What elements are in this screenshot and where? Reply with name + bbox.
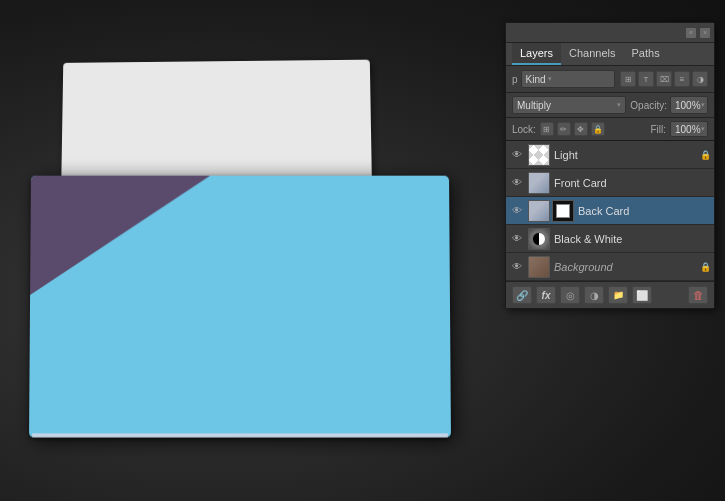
lock-pixel-btn[interactable]: ⊞ <box>540 122 554 136</box>
filter-label: p <box>512 74 518 85</box>
fill-input[interactable]: 100% ▾ <box>670 121 708 137</box>
fill-chevron: ▾ <box>701 125 705 133</box>
layer-thumbnail-front-card <box>528 172 550 194</box>
layer-thumbnail-background <box>528 256 550 278</box>
opacity-input[interactable]: 100% ▾ <box>670 96 708 114</box>
layer-name-light: Light <box>554 149 696 161</box>
blend-mode-dropdown[interactable]: Multiply ▾ <box>512 96 626 114</box>
layer-item-light[interactable]: 👁 Light 🔒 <box>506 141 714 169</box>
opacity-value: 100% <box>675 100 701 111</box>
opacity-row: Opacity: 100% ▾ <box>630 96 708 114</box>
mask-button[interactable]: ◎ <box>560 286 580 304</box>
layer-visibility-background[interactable]: 👁 <box>510 260 524 274</box>
layer-item-front-card[interactable]: 👁 Front Card <box>506 169 714 197</box>
new-layer-button[interactable]: ⬜ <box>632 286 652 304</box>
panel-toolbar: 🔗 fx ◎ ◑ 📁 ⬜ 🗑 <box>506 281 714 308</box>
layer-name-bw: Black & White <box>554 233 710 245</box>
lock-label: Lock: <box>512 124 536 135</box>
delete-layer-button[interactable]: 🗑 <box>688 286 708 304</box>
group-button[interactable]: 📁 <box>608 286 628 304</box>
close-button[interactable]: × <box>700 28 710 38</box>
fill-label: Fill: <box>650 124 666 135</box>
layers-list: 👁 Light 🔒 👁 Front Card 👁 Back Card 👁 <box>506 141 714 281</box>
blend-mode-label: Multiply <box>517 100 551 111</box>
panel-tabs: Layers Channels Paths <box>506 43 714 66</box>
link-layer-button[interactable]: 🔗 <box>512 286 532 304</box>
layer-lock-background: 🔒 <box>700 261 710 273</box>
layer-name-background: Background <box>554 261 696 273</box>
filter-icon-text[interactable]: T <box>638 71 654 87</box>
layer-item-background[interactable]: 👁 Background 🔒 <box>506 253 714 281</box>
layer-item-back-card[interactable]: 👁 Back Card <box>506 197 714 225</box>
filter-kind-dropdown[interactable]: Kind ▾ <box>521 70 615 88</box>
layer-name-front-card: Front Card <box>554 177 710 189</box>
collapse-button[interactable]: « <box>686 28 696 38</box>
fx-button[interactable]: fx <box>536 286 556 304</box>
layer-lock-light: 🔒 <box>700 149 710 161</box>
filter-dropdown-chevron: ▾ <box>548 75 552 83</box>
layer-item-bw[interactable]: 👁 Black & White <box>506 225 714 253</box>
tab-paths[interactable]: Paths <box>624 43 668 65</box>
layer-name-back-card: Back Card <box>578 205 710 217</box>
lock-row: Lock: ⊞ ✏ ✥ 🔒 Fill: 100% ▾ <box>506 118 714 141</box>
layer-thumbnail-back-card <box>528 200 550 222</box>
titlebar-buttons: « × <box>686 28 710 38</box>
filter-icon-pixel[interactable]: ⊞ <box>620 71 636 87</box>
tab-channels[interactable]: Channels <box>561 43 623 65</box>
layer-visibility-front-card[interactable]: 👁 <box>510 176 524 190</box>
blend-dropdown-chevron: ▾ <box>617 101 621 109</box>
layer-thumbnail-bw <box>528 228 550 250</box>
card-front-triangle <box>30 176 210 295</box>
layer-visibility-bw[interactable]: 👁 <box>510 232 524 246</box>
panel-titlebar: « × <box>506 23 714 43</box>
layer-thumbnail-light <box>528 144 550 166</box>
layer-mask-back-card <box>552 200 574 222</box>
layers-panel: « × Layers Channels Paths p Kind ▾ ⊞ T ⌧… <box>505 22 715 309</box>
layer-visibility-light[interactable]: 👁 <box>510 148 524 162</box>
lock-icons: ⊞ ✏ ✥ 🔒 <box>540 122 605 136</box>
blend-mode-row: Multiply ▾ Opacity: 100% ▾ <box>506 93 714 118</box>
tab-layers[interactable]: Layers <box>512 43 561 65</box>
lock-move-btn[interactable]: ✥ <box>574 122 588 136</box>
card-front <box>29 176 451 438</box>
filter-icon-adjustment[interactable]: ◑ <box>692 71 708 87</box>
layer-visibility-back-card[interactable]: 👁 <box>510 204 524 218</box>
filter-kind-label: Kind <box>526 74 546 85</box>
filter-row: p Kind ▾ ⊞ T ⌧ ≡ ◑ <box>506 66 714 93</box>
opacity-chevron: ▾ <box>701 101 705 109</box>
filter-icon-smart[interactable]: ≡ <box>674 71 690 87</box>
lock-draw-btn[interactable]: ✏ <box>557 122 571 136</box>
filter-icons: ⊞ T ⌧ ≡ ◑ <box>620 71 708 87</box>
lock-all-btn[interactable]: 🔒 <box>591 122 605 136</box>
fill-value: 100% <box>675 124 701 135</box>
adjustment-button[interactable]: ◑ <box>584 286 604 304</box>
filter-icon-shape[interactable]: ⌧ <box>656 71 672 87</box>
opacity-label: Opacity: <box>630 100 667 111</box>
